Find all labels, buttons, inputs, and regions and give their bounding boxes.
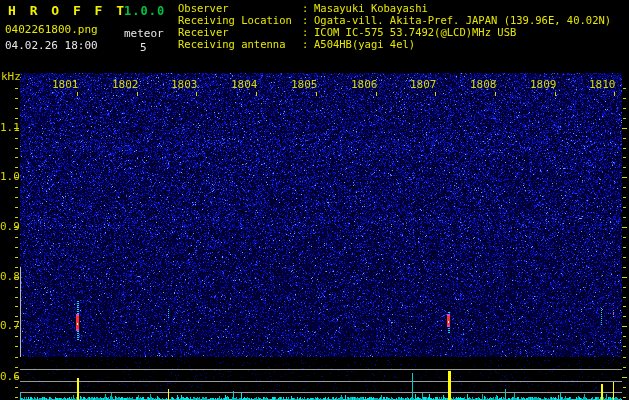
station-info: Observer:Masayuki Kobayashi Receiving Lo… [178,2,611,50]
time-label-1805: 1805 [291,79,317,90]
time-label-1810: 1810 [589,79,615,90]
freq-label-0.8: 0.8 [0,271,14,282]
info-colon: : [302,26,314,38]
freq-label-0.6: 0.6 [0,371,14,382]
freq-label-0.7: 0.7 [0,320,14,331]
info-value: A504HB(yagi 4el) [314,38,415,50]
time-label-1809: 1809 [530,79,556,90]
mode-label: meteor [124,27,164,40]
info-value: Masayuki Kobayashi [314,2,428,14]
time-label-1803: 1803 [171,79,197,90]
freq-label-1.0: 1.0 [0,171,14,182]
freq-label-0.9: 0.9 [0,221,14,232]
info-row-antenna: Receiving antenna:A504HB(yagi 4el) [178,38,611,50]
info-colon: : [302,14,314,26]
info-row-receiver: Receiver:ICOM IC-575 53.7492(@LCD)MHz US… [178,26,611,38]
info-value: ICOM IC-575 53.7492(@LCD)MHz USB [314,26,516,38]
time-label-1807: 1807 [410,79,436,90]
hrofft-screen: H R O F F T 1.0.0 0402261800.png meteor … [0,0,629,400]
info-colon: : [302,2,314,14]
info-row-observer: Observer:Masayuki Kobayashi [178,2,611,14]
meteor-count: 5 [140,41,147,54]
info-row-location: Receiving Location:Ogata-vill. Akita-Pre… [178,14,611,26]
info-label: Receiving Location [178,14,302,26]
info-label: Observer [178,2,302,14]
info-colon: : [302,38,314,50]
app-version: 1.0.0 [124,4,165,18]
info-value: Ogata-vill. Akita-Pref. JAPAN (139.96E, … [314,14,611,26]
observation-datetime: 04.02.26 18:00 [5,39,98,52]
info-label: Receiving antenna [178,38,302,50]
time-label-1802: 1802 [112,79,138,90]
time-label-1806: 1806 [351,79,377,90]
time-label-1804: 1804 [231,79,257,90]
spectrogram-canvas [0,0,629,400]
time-label-1801: 1801 [52,79,78,90]
freq-label-1.1: 1.1 [0,122,14,133]
app-title: H R O F F T [8,3,127,18]
freq-axis-unit: kHz [1,71,21,82]
output-filename: 0402261800.png [5,23,98,36]
info-label: Receiver [178,26,302,38]
time-label-1808: 1808 [470,79,496,90]
